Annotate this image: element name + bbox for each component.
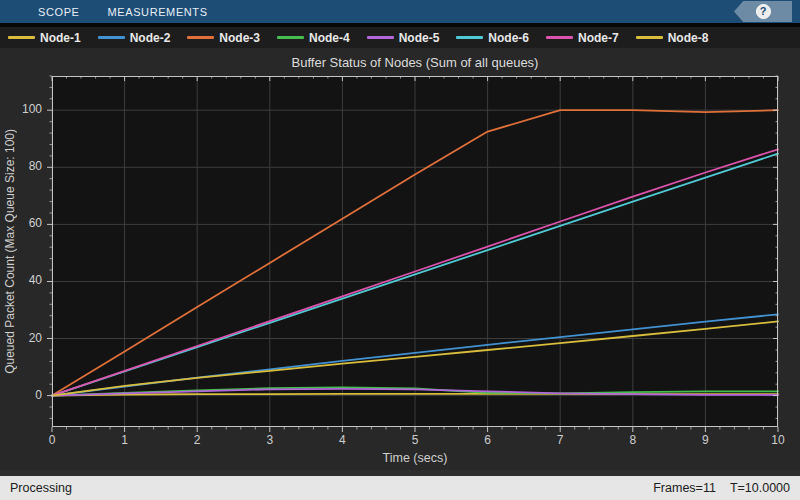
status-bar: Processing Frames=11 T=10.0000 xyxy=(0,476,800,500)
legend-swatch xyxy=(277,36,304,39)
y-axis-label: Queued Packet Count (Max Queue Size: 100… xyxy=(2,76,18,427)
y-tick-label: 80 xyxy=(0,159,42,173)
legend-label: Node-2 xyxy=(130,31,171,45)
x-tick-label: 4 xyxy=(325,433,359,447)
legend-label: Node-6 xyxy=(488,31,529,45)
x-tick-label: 8 xyxy=(616,433,650,447)
legend-label: Node-7 xyxy=(578,31,619,45)
legend-item-node-7[interactable]: Node-7 xyxy=(546,31,619,45)
status-processing: Processing xyxy=(10,481,72,495)
legend-label: Node-4 xyxy=(309,31,350,45)
tab-measurements[interactable]: MEASUREMENTS xyxy=(94,0,222,23)
x-tick-label: 3 xyxy=(253,433,287,447)
legend-bar: Node-1Node-2Node-3Node-4Node-5Node-6Node… xyxy=(0,27,800,48)
legend-swatch xyxy=(636,36,663,39)
legend-swatch xyxy=(98,36,125,39)
legend-item-node-6[interactable]: Node-6 xyxy=(456,31,529,45)
legend-label: Node-1 xyxy=(40,31,81,45)
legend-label: Node-5 xyxy=(399,31,440,45)
legend-swatch xyxy=(546,36,573,39)
help-icon[interactable]: ? xyxy=(756,4,771,19)
tab-scope[interactable]: SCOPE xyxy=(24,0,94,23)
legend-item-node-3[interactable]: Node-3 xyxy=(187,31,260,45)
legend-item-node-5[interactable]: Node-5 xyxy=(367,31,440,45)
chart-title: Buffer Status of Nodes (Sum of all queue… xyxy=(52,55,778,70)
legend-swatch xyxy=(367,36,394,39)
x-tick-label: 6 xyxy=(471,433,505,447)
y-tick-label: 100 xyxy=(0,102,42,116)
legend-item-node-8[interactable]: Node-8 xyxy=(636,31,709,45)
status-frames: Frames=11 xyxy=(653,481,716,495)
chart-axes[interactable] xyxy=(52,76,778,427)
legend-swatch xyxy=(456,36,483,39)
x-tick-label: 5 xyxy=(398,433,432,447)
legend-item-node-1[interactable]: Node-1 xyxy=(8,31,81,45)
toolstrip: SCOPE MEASUREMENTS ? xyxy=(0,0,800,23)
legend-label: Node-8 xyxy=(668,31,709,45)
x-tick-label: 2 xyxy=(180,433,214,447)
x-tick-label: 10 xyxy=(761,433,795,447)
x-tick-label: 9 xyxy=(688,433,722,447)
plot-panel: Buffer Status of Nodes (Sum of all queue… xyxy=(0,48,800,470)
x-axis-label: Time (secs) xyxy=(52,451,778,465)
y-tick-label: 20 xyxy=(0,331,42,345)
legend-item-node-2[interactable]: Node-2 xyxy=(98,31,171,45)
y-tick-label: 60 xyxy=(0,216,42,230)
legend-label: Node-3 xyxy=(219,31,260,45)
x-tick-label: 1 xyxy=(108,433,142,447)
scope-window: SCOPE MEASUREMENTS ? Node-1Node-2Node-3N… xyxy=(0,0,800,500)
x-tick-label: 0 xyxy=(35,433,69,447)
legend-swatch xyxy=(8,36,35,39)
x-tick-label: 7 xyxy=(543,433,577,447)
status-time: T=10.0000 xyxy=(730,481,790,495)
y-tick-label: 0 xyxy=(0,388,42,402)
legend-swatch xyxy=(187,36,214,39)
help-tag[interactable]: ? xyxy=(734,1,792,22)
legend-item-node-4[interactable]: Node-4 xyxy=(277,31,350,45)
y-tick-label: 40 xyxy=(0,273,42,287)
